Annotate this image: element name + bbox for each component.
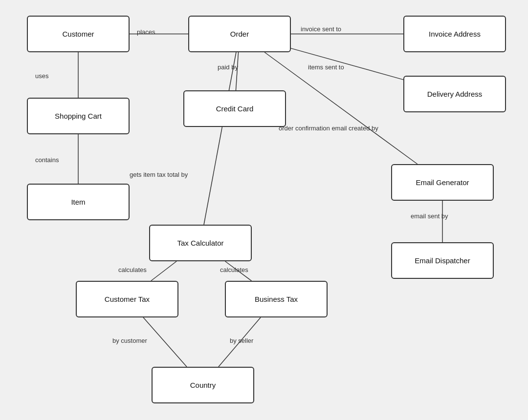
edge-label-customer-tax-country: by customer [112,337,147,344]
edge-customer-tax-country [143,317,187,367]
edge-label-tax-calculator-business-tax: calculates [220,266,248,273]
edge-label-order-email-generator: order confirmation email created by [279,125,378,132]
edge-tax-calculator-customer-tax [151,261,176,281]
diagram-container: CustomerOrderInvoice AddressShopping Car… [0,0,528,420]
node-delivery-address: Delivery Address [403,76,506,112]
edge-label-customer-order: places [137,28,155,36]
edge-label-tax-calculator-customer-tax: calculates [118,266,147,273]
edge-label-order-tax-calculator: gets item tax total by [130,171,188,178]
edge-order-tax-calculator [204,52,236,225]
edge-label-order-credit-card: paid by [218,63,238,71]
edge-label-shopping-cart-item: contains [35,156,59,164]
node-tax-calculator: Tax Calculator [149,225,252,261]
edge-label-customer-shopping-cart: uses [35,72,48,80]
edge-label-business-tax-country: by seller [230,337,253,344]
node-invoice-address: Invoice Address [403,16,506,52]
node-shopping-cart: Shopping Cart [27,98,130,134]
node-credit-card: Credit Card [183,90,286,127]
node-business-tax: Business Tax [225,281,328,317]
edge-label-order-invoice-address: invoice sent to [301,25,341,33]
node-country: Country [152,367,254,403]
node-email-dispatcher: Email Dispatcher [391,242,494,279]
edge-order-credit-card [236,52,238,90]
node-email-generator: Email Generator [391,164,494,201]
edge-label-email-generator-email-dispatcher: email sent by [411,212,448,220]
node-item: Item [27,184,130,220]
node-customer-tax: Customer Tax [76,281,178,317]
node-order: Order [188,16,291,52]
edge-label-order-delivery-address: items sent to [308,63,344,71]
node-customer: Customer [27,16,130,52]
